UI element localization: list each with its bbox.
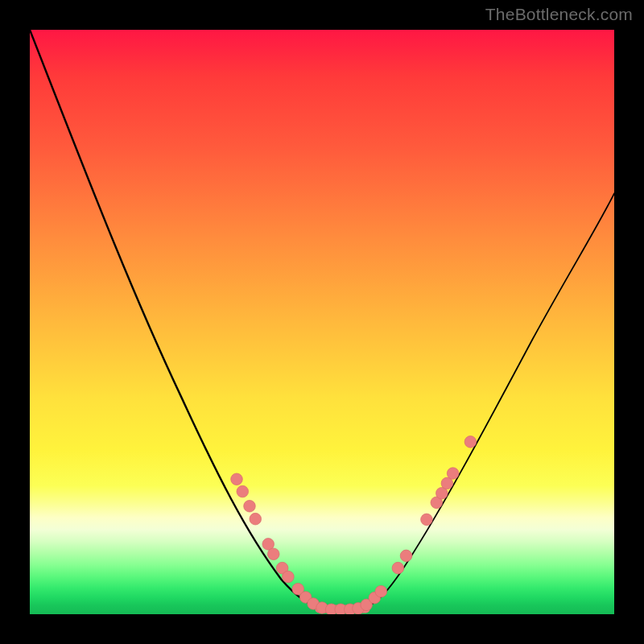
curve-group xyxy=(30,30,614,614)
marker-dot xyxy=(447,468,459,480)
chart-frame: TheBottleneck.com xyxy=(0,0,644,644)
marker-dot xyxy=(392,562,404,574)
marker-dot xyxy=(421,514,433,526)
marker-dot xyxy=(244,500,256,512)
marker-dot xyxy=(400,550,412,562)
marker-dot xyxy=(283,571,295,583)
marker-dot xyxy=(464,436,477,448)
bottleneck-curve-left xyxy=(30,30,325,609)
curve-svg xyxy=(30,30,614,614)
marker-dot xyxy=(237,485,249,497)
watermark-text: TheBottleneck.com xyxy=(485,5,633,24)
marker-dot xyxy=(231,473,243,485)
marker-dot xyxy=(375,585,387,597)
marker-dot xyxy=(250,513,262,525)
plot-area xyxy=(30,30,614,614)
marker-dot xyxy=(267,548,279,560)
bottleneck-curve-right xyxy=(360,193,614,609)
markers-group xyxy=(231,436,477,614)
